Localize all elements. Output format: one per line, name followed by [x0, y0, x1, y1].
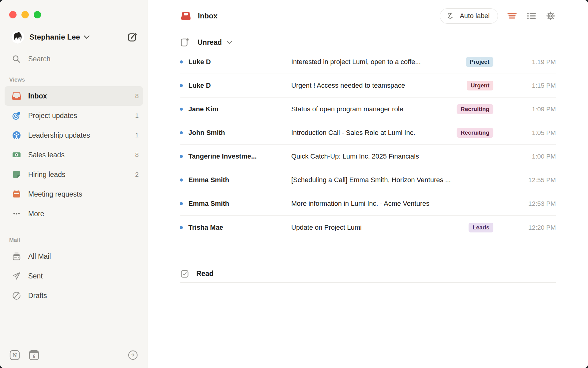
email-row[interactable]: Jane Kim Status of open program manager … [180, 98, 556, 121]
filter-icon[interactable] [507, 11, 517, 21]
notion-calendar-icon[interactable]: 6 [28, 350, 40, 361]
email-subject: Interested in project Lumi, open to a co… [291, 58, 466, 66]
email-row[interactable]: Luke D Interested in project Lumi, open … [180, 50, 556, 74]
main-header: Inbox Auto label [180, 8, 556, 24]
sidebar-footer: N 6 ? [0, 350, 148, 368]
email-row[interactable]: Tangerine Investme... Quick Catch-Up: Lu… [180, 145, 556, 168]
email-sender: Tangerine Investme... [188, 152, 291, 160]
target-icon [12, 111, 21, 121]
minimize-window-button[interactable] [21, 11, 29, 18]
sidebar-item-sent[interactable]: Sent [5, 266, 143, 286]
svg-text:6: 6 [33, 354, 35, 359]
sidebar-item-label: Drafts [28, 292, 47, 300]
email-time: 12:55 PM [510, 176, 556, 184]
email-label-badge: Recruiting [457, 128, 493, 138]
unread-dot [180, 108, 183, 111]
settings-gear-icon[interactable] [545, 11, 556, 21]
unread-icon [180, 37, 190, 47]
mail-section-label: Mail [9, 237, 148, 243]
avatar[interactable] [11, 31, 24, 44]
email-subject: More information in Lumi Inc. - Acme Ven… [291, 200, 510, 208]
svg-text:N: N [13, 352, 17, 358]
page-title: Inbox [198, 12, 217, 20]
email-subject: Introduction Call - Sales Role at Lumi I… [291, 129, 457, 137]
email-time: 12:53 PM [510, 200, 556, 207]
sidebar-item-label: Leadership updates [28, 131, 90, 140]
sidebar-item-sales-leads[interactable]: Sales leads 8 [5, 145, 143, 165]
email-sender: John Smith [188, 129, 291, 137]
mail-stack-icon [12, 251, 21, 261]
views-section-label: Views [9, 77, 148, 83]
sidebar-item-label: Inbox [28, 92, 47, 100]
inbox-icon [180, 10, 191, 21]
email-sender: Jane Kim [188, 105, 291, 113]
calendar-icon [12, 189, 21, 199]
views-nav: Inbox 8 Project updates 1 [5, 86, 143, 224]
email-time: 1:05 PM [510, 129, 556, 136]
unread-dot [180, 226, 183, 229]
sidebar-item-leadership-updates[interactable]: Leadership updates 1 [5, 125, 143, 145]
zoom-window-button[interactable] [34, 11, 41, 18]
unread-dot [180, 131, 183, 134]
unread-section-header[interactable]: Unread [180, 35, 556, 50]
email-row[interactable]: Emma Smith [Scheduling a Call] Emma Smit… [180, 168, 556, 192]
sidebar-item-label: Sent [28, 272, 43, 280]
unread-dot [180, 84, 183, 87]
chevron-down-icon[interactable] [84, 35, 90, 39]
auto-label-wand-icon [446, 11, 455, 21]
email-time: 1:19 PM [510, 58, 556, 66]
sidebar-item-label: Sales leads [28, 151, 65, 159]
sidebar-item-count: 1 [135, 132, 139, 139]
notion-logo-icon[interactable]: N [9, 350, 20, 361]
sidebar-item-hiring-leads[interactable]: Hiring leads 2 [5, 165, 143, 184]
sidebar-item-inbox[interactable]: Inbox 8 [5, 86, 143, 106]
svg-text:?: ? [131, 353, 134, 358]
search-row[interactable]: Search [12, 55, 140, 63]
chevron-down-icon [227, 41, 232, 44]
app-window: Stephanie Lee Search Vie [0, 0, 588, 368]
help-icon[interactable]: ? [127, 350, 138, 361]
sidebar-item-project-updates[interactable]: Project updates 1 [5, 106, 143, 125]
read-checkbox-icon [180, 270, 189, 278]
profile-name[interactable]: Stephanie Lee [29, 33, 80, 41]
email-label-badge: Leads [469, 223, 493, 232]
email-row[interactable]: Trisha Mae Update on Project Lumi Leads … [180, 216, 556, 239]
close-window-button[interactable] [9, 11, 17, 18]
list-view-icon[interactable] [526, 11, 537, 21]
email-sender: Luke D [188, 58, 291, 66]
auto-label-button[interactable]: Auto label [440, 8, 498, 24]
email-subject: [Scheduling a Call] Emma Smith, Horizon … [291, 176, 510, 184]
unread-dot [180, 178, 183, 182]
sidebar-item-label: Project updates [28, 112, 77, 120]
email-time: 12:20 PM [510, 224, 556, 231]
compose-icon[interactable] [127, 32, 138, 42]
sidebar-item-meeting-requests[interactable]: Meeting requests [5, 184, 143, 204]
read-section-header[interactable]: Read [180, 265, 556, 283]
unread-dot [180, 60, 183, 63]
email-sender: Emma Smith [188, 176, 291, 184]
paper-plane-icon [12, 271, 21, 281]
email-time: 1:00 PM [510, 153, 556, 160]
email-row[interactable]: Luke D Urgent ! Access needed to teamspa… [180, 74, 556, 98]
main-panel: Inbox Auto label [148, 0, 588, 368]
sidebar-item-label: Meeting requests [28, 190, 82, 198]
sidebar-item-drafts[interactable]: Drafts [5, 286, 143, 305]
sidebar: Stephanie Lee Search Vie [0, 0, 148, 368]
sidebar-item-label: More [28, 210, 44, 218]
window-controls [0, 0, 148, 18]
unread-dot [180, 202, 183, 205]
email-row[interactable]: Emma Smith More information in Lumi Inc.… [180, 192, 556, 216]
folded-note-icon [12, 170, 21, 179]
banknote-icon [12, 150, 21, 160]
email-label-badge: Recruiting [457, 104, 493, 114]
unread-dot [180, 155, 183, 158]
sidebar-item-more[interactable]: More [5, 204, 143, 224]
email-sender: Trisha Mae [188, 224, 291, 232]
search-icon [12, 55, 21, 63]
sidebar-item-label: All Mail [28, 252, 51, 261]
email-subject: Status of open program manager role [291, 105, 457, 113]
email-row[interactable]: John Smith Introduction Call - Sales Rol… [180, 121, 556, 145]
sidebar-item-count: 2 [135, 171, 139, 178]
sidebar-item-all-mail[interactable]: All Mail [5, 247, 143, 266]
email-sender: Emma Smith [188, 200, 291, 208]
